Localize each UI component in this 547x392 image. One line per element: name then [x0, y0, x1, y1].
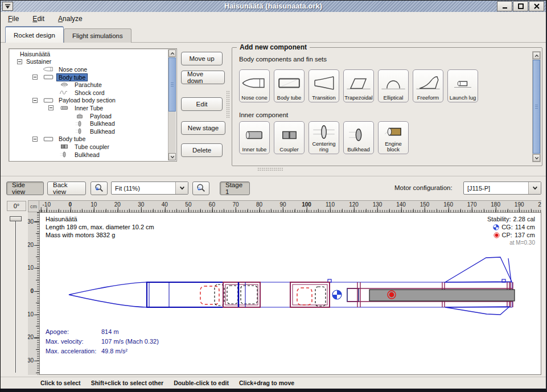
palette-scroll-thumb[interactable]	[533, 60, 540, 154]
close-button[interactable]	[529, 1, 544, 11]
delete-button[interactable]: Delete	[181, 143, 223, 157]
zoom-out-icon: −	[94, 183, 104, 193]
status-bar: Click to selectShift+click to select oth…	[1, 377, 546, 389]
new-stage-button[interactable]: New stage	[181, 121, 225, 135]
bulkhead-icon	[72, 120, 87, 127]
menu-item[interactable]: Edit	[32, 15, 44, 23]
nose-cone-icon	[41, 65, 56, 73]
status-hint: Double-click to edit	[174, 379, 229, 386]
palette-button[interactable]: Nose cone	[239, 69, 270, 102]
tree-item[interactable]: Bulkhead	[10, 119, 167, 127]
side-view-button[interactable]: Side view	[6, 181, 44, 195]
tree-item[interactable]: Tube coupler	[10, 143, 167, 151]
palette-button[interactable]: Body tube	[274, 69, 305, 102]
stability-info: Stability:2.28 cal CG:114 cm CP:137 cm a…	[487, 215, 535, 247]
expander-icon[interactable]	[48, 105, 54, 110]
tree-item[interactable]: Payload	[10, 112, 167, 120]
motor-configuration-label: Motor configuration:	[394, 184, 453, 191]
palette-button[interactable]: Engine block	[378, 121, 409, 154]
maximize-button[interactable]	[513, 1, 528, 11]
palette-scrollbar[interactable]	[532, 51, 541, 162]
tree-scrollbar[interactable]	[168, 49, 176, 160]
shock-cord-icon	[57, 89, 72, 96]
v-ruler-label: -10	[28, 265, 34, 271]
cp-value: 137 cm	[515, 231, 535, 239]
status-hint: Click+drag to move	[239, 379, 294, 386]
tree-item[interactable]: Sustainer	[10, 58, 167, 66]
tree-scroll-thumb[interactable]	[168, 57, 176, 112]
palette-button[interactable]: Centering ring	[309, 121, 339, 154]
tab-strip: Rocket designFlight simulations	[5, 26, 131, 43]
expander-icon[interactable]	[32, 137, 38, 142]
tree-item[interactable]: Nose cone	[10, 65, 167, 73]
inner-component-label: Inner component	[239, 112, 288, 118]
h-ruler-label: 20	[114, 201, 121, 208]
zoom-out-button[interactable]: −	[91, 181, 108, 195]
horizontal-splitter[interactable]	[257, 167, 283, 171]
rocket-mass: Mass with motors 3832 g	[46, 231, 154, 239]
title-bar[interactable]: Haisunäätä (haisunaata.ork)	[1, 1, 546, 12]
rotation-slider[interactable]	[15, 218, 17, 373]
palette-button[interactable]: Trapezoidal	[343, 69, 374, 102]
tree-item[interactable]: Inner Tube	[10, 104, 167, 112]
palette-button[interactable]: Transition	[309, 69, 339, 102]
centering-ring-icon	[311, 123, 337, 141]
tree-item[interactable]: Bulkhead	[10, 127, 167, 135]
h-ruler-label: 70	[232, 201, 238, 208]
tab[interactable]: Flight simulations	[64, 28, 131, 43]
group-title: Add new component	[237, 43, 310, 51]
expander-icon[interactable]	[17, 59, 22, 64]
flight-info-row: Max. acceleration:49.8 m/s²	[46, 346, 159, 356]
svg-text:−: −	[96, 187, 98, 191]
zoom-level-select[interactable]: Fit (11%)	[111, 181, 188, 195]
tree-item[interactable]: Haisunäätä	[10, 50, 167, 58]
move-up-button[interactable]: Move up	[181, 52, 223, 65]
palette-button[interactable]: Coupler	[274, 121, 305, 154]
component-tree[interactable]: Haisunäätä Sustainer Nose cone Body tube	[9, 48, 177, 162]
rocket-canvas[interactable]: Haisunäätä Length 189 cm, max. diameter …	[39, 212, 541, 375]
palette-button[interactable]: Freeform	[413, 69, 443, 102]
expander-icon[interactable]	[32, 75, 38, 80]
inner-tube-icon	[57, 104, 72, 112]
rotation-slider-handle[interactable]	[10, 216, 22, 221]
zoom-in-button[interactable]: +	[192, 181, 209, 195]
palette-button[interactable]: Launch lug	[447, 69, 478, 102]
h-ruler: -100102030405060708090100110120130140150…	[39, 200, 541, 212]
back-view-button[interactable]: Back view	[47, 181, 86, 195]
palette-button[interactable]: Bulkhead	[343, 121, 374, 154]
tree-item[interactable]: Bulkhead	[10, 151, 167, 159]
parachute-outline[interactable]	[200, 286, 219, 304]
h-ruler-label: 110	[326, 201, 335, 208]
h-ruler-label: 130	[373, 201, 383, 208]
tree-item[interactable]: Body tube	[10, 135, 167, 143]
tree-item[interactable]: Body tube	[10, 73, 167, 81]
move-down-button[interactable]: Move down	[181, 71, 225, 84]
motor-mount-outline[interactable]	[347, 288, 359, 302]
fin-set-outline[interactable]	[445, 257, 512, 315]
palette-button[interactable]: Elliptical	[378, 69, 409, 102]
window-menu-icon[interactable]	[2, 2, 13, 11]
scroll-down-icon[interactable]	[533, 154, 540, 162]
menu-item[interactable]: Analyze	[58, 15, 83, 23]
rotation-angle-value: 0°	[7, 201, 26, 211]
scroll-up-icon[interactable]	[533, 52, 540, 59]
tree-item[interactable]: Payload body section	[10, 97, 167, 105]
menu-item[interactable]: File	[8, 15, 19, 23]
motor-configuration-select[interactable]: [J115-P]	[463, 181, 541, 195]
nose-cone-outline[interactable]	[69, 282, 147, 307]
scroll-down-icon[interactable]	[168, 153, 176, 160]
palette-button[interactable]: Inner tube	[239, 121, 270, 154]
coupler-section-outline[interactable]	[290, 282, 330, 307]
stage-1-toggle[interactable]: Stage 1	[220, 181, 250, 195]
tree-item[interactable]: Shock cord	[10, 89, 167, 97]
edit-button[interactable]: Edit	[181, 97, 223, 111]
expander-icon[interactable]	[32, 98, 38, 103]
minimize-button[interactable]	[497, 1, 512, 11]
h-ruler-label: 60	[209, 201, 215, 208]
tab[interactable]: Rocket design	[5, 26, 64, 43]
tree-item[interactable]: Parachute	[10, 81, 167, 89]
add-component-group: Add new component Body components and fi…	[232, 47, 542, 166]
panel-splitter[interactable]	[226, 90, 230, 118]
scroll-up-icon[interactable]	[168, 49, 176, 57]
h-ruler-label: 80	[256, 201, 262, 208]
